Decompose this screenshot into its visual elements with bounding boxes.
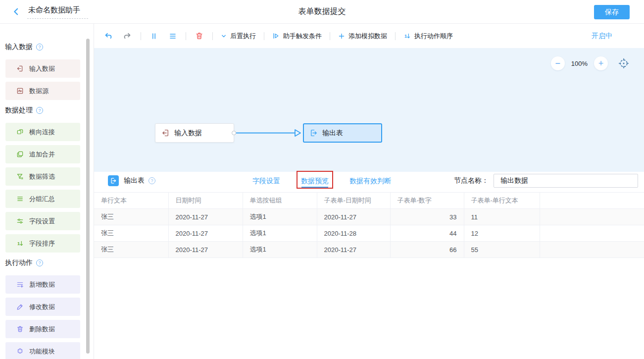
- play-trigger-icon: [272, 32, 280, 40]
- canvas-toolbar: 后置执行 助手触发条件 添加模拟数据 1 执行动作顺序: [94, 24, 644, 48]
- distribute-vertical-icon: [150, 32, 158, 40]
- post-execute-button[interactable]: 后置执行: [221, 32, 256, 41]
- zoom-controls: − 100% +: [551, 56, 629, 70]
- toolbar-divider: [330, 32, 330, 40]
- assistant-name[interactable]: 未命名数据助手: [27, 4, 88, 19]
- sidebar-item-horizontal-join[interactable]: 横向连接: [5, 123, 80, 141]
- add-data-icon: [16, 281, 24, 288]
- sidebar-item-label: 输入数据: [29, 64, 55, 73]
- sidebar-item-field-settings[interactable]: 字段设置: [5, 212, 80, 230]
- sidebar-item-function-module[interactable]: 功能模块: [5, 342, 80, 359]
- field-sort-icon: 1: [16, 240, 24, 247]
- zoom-out-button[interactable]: −: [551, 56, 565, 70]
- toolbar-divider: [186, 32, 186, 40]
- sidebar-item-label: 数据筛选: [29, 172, 55, 181]
- trash-icon: [195, 32, 203, 40]
- center-canvas-button[interactable]: [618, 58, 629, 69]
- node-input-data[interactable]: 输入数据: [155, 123, 234, 143]
- help-icon[interactable]: ?: [36, 107, 43, 114]
- toolbar-divider: [395, 32, 396, 40]
- tab-field-settings[interactable]: 字段设置: [252, 176, 280, 186]
- cell: 2020-11-27: [317, 242, 390, 258]
- export-icon: [108, 175, 119, 186]
- main-area: 后置执行 助手触发条件 添加模拟数据 1 执行动作顺序: [94, 24, 644, 359]
- table-header-row: 单行文本 日期时间 单选按钮组 子表单-日期时间 子表单-数字 子表单-单行文本: [94, 193, 644, 209]
- sidebar-item-modify-data[interactable]: 修改数据: [5, 298, 80, 316]
- column-header: [540, 193, 644, 209]
- edit-data-icon: [16, 303, 24, 310]
- column-header: 日期时间: [168, 193, 243, 209]
- trigger-condition-button[interactable]: 助手触发条件: [272, 32, 322, 41]
- cell: 2020-11-28: [317, 225, 390, 242]
- sidebar-item-label: 字段设置: [29, 217, 55, 226]
- chevron-left-icon: [12, 7, 20, 16]
- zoom-level: 100%: [571, 60, 588, 67]
- undo-icon: [104, 32, 113, 41]
- sidebar-item-datasource[interactable]: 数据源: [5, 82, 80, 100]
- sidebar-item-add-data[interactable]: 新增数据: [5, 275, 80, 294]
- function-module-icon: [16, 348, 24, 355]
- import-icon: [161, 129, 170, 137]
- distribute-button[interactable]: [149, 31, 159, 41]
- action-order-button[interactable]: 1 执行动作顺序: [403, 32, 453, 41]
- svg-text:1: 1: [404, 34, 407, 39]
- sidebar-item-field-sort[interactable]: 1 字段排序: [5, 234, 80, 253]
- panel-title: 输出表: [124, 176, 145, 185]
- sidebar-section-input-data: 输入数据 ?: [5, 43, 94, 51]
- sidebar-item-delete-data[interactable]: 删除数据: [5, 320, 80, 338]
- sidebar-scrollbar-thumb[interactable]: [86, 39, 90, 354]
- node-connection-arrow: [236, 123, 305, 143]
- column-header: 单行文本: [94, 193, 168, 209]
- sidebar-item-group-summary[interactable]: 分组汇总: [5, 190, 80, 208]
- add-mock-data-button[interactable]: 添加模拟数据: [338, 32, 387, 41]
- cell: [540, 225, 644, 242]
- table-row: 张三 2020-11-27 选项1 2020-11-28 44 12: [94, 225, 644, 242]
- cell: [540, 209, 644, 225]
- cell: 66: [390, 242, 464, 258]
- node-name-label: 节点名称：: [454, 176, 489, 185]
- sidebar-item-data-filter[interactable]: 数据筛选: [5, 167, 80, 186]
- cell: 张三: [94, 209, 168, 225]
- node-output-table[interactable]: 输出表: [303, 123, 382, 143]
- cell: 11: [464, 209, 540, 225]
- help-icon[interactable]: ?: [36, 44, 43, 51]
- align-button[interactable]: [168, 31, 178, 41]
- undo-button[interactable]: [103, 31, 114, 42]
- delete-node-button[interactable]: [194, 31, 204, 41]
- tab-data-validation[interactable]: 数据有效判断: [349, 176, 391, 186]
- cell: 12: [464, 225, 540, 242]
- save-button[interactable]: 保存: [594, 5, 630, 19]
- table-row: 张三 2020-11-27 选项1 2020-11-27 66 55: [94, 242, 644, 258]
- help-icon[interactable]: ?: [36, 259, 43, 266]
- column-header: 子表单-数字: [390, 193, 464, 209]
- cell: 33: [390, 209, 464, 225]
- toolbar-button-label: 后置执行: [230, 32, 256, 41]
- flow-canvas[interactable]: − 100% + 输入数据: [94, 48, 644, 172]
- node-name-input[interactable]: [494, 174, 638, 188]
- cell: 2020-11-27: [168, 209, 243, 225]
- cell: 选项1: [243, 242, 317, 258]
- connection-port[interactable]: [232, 131, 236, 135]
- toolbar-button-label: 添加模拟数据: [348, 32, 387, 41]
- assistant-status[interactable]: 开启中: [592, 32, 612, 41]
- page-title: 表单数据提交: [0, 6, 644, 17]
- zoom-in-button[interactable]: +: [594, 56, 608, 70]
- cell: 张三: [94, 242, 168, 258]
- tab-data-preview[interactable]: 数据预览: [301, 177, 329, 185]
- back-button[interactable]: 未命名数据助手: [12, 4, 88, 19]
- group-summary-icon: [16, 195, 24, 203]
- cell: 2020-11-27: [168, 242, 243, 258]
- redo-button[interactable]: [122, 31, 133, 42]
- svg-text:1: 1: [17, 241, 20, 246]
- data-preview-table: 单行文本 日期时间 单选按钮组 子表单-日期时间 子表单-数字 子表单-单行文本…: [94, 192, 644, 258]
- sidebar: 输入数据 ? 输入数据 数据源 数据处理 ? 横向连接: [0, 24, 94, 359]
- sidebar-item-label: 删除数据: [29, 325, 55, 334]
- cell: [540, 242, 644, 258]
- help-icon[interactable]: ?: [149, 177, 155, 184]
- sidebar-item-label: 数据源: [29, 87, 49, 96]
- sidebar-item-append-merge[interactable]: 追加合并: [5, 145, 80, 163]
- node-name-group: 节点名称：: [454, 174, 638, 188]
- sidebar-item-label: 追加合并: [29, 150, 55, 159]
- field-settings-icon: [16, 217, 24, 225]
- sidebar-item-input-data[interactable]: 输入数据: [5, 59, 80, 78]
